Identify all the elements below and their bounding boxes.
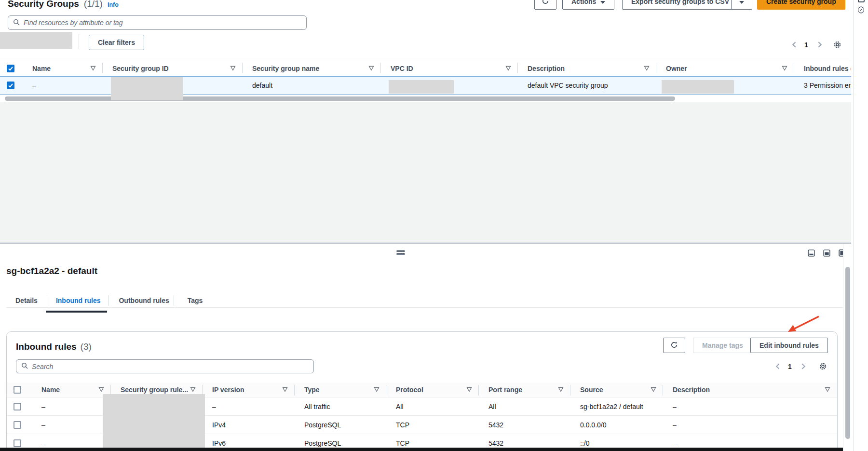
search-icon	[13, 19, 20, 27]
cell-source: 0.0.0.0/0	[570, 416, 663, 434]
vertical-scrollbar-thumb[interactable]	[845, 267, 850, 439]
row-checkbox[interactable]	[14, 421, 21, 429]
select-all-checkbox[interactable]	[7, 65, 14, 72]
annotation-arrow	[781, 314, 822, 340]
filter-icon[interactable]	[558, 386, 564, 394]
export-csv-dropdown-button[interactable]	[731, 0, 752, 10]
filter-icon[interactable]	[90, 65, 96, 72]
next-page-button[interactable]	[816, 41, 823, 50]
select-all-checkbox[interactable]	[14, 386, 21, 394]
tab-tags[interactable]: Tags	[178, 293, 212, 308]
cell-type: All traffic	[295, 397, 386, 415]
redacted-filter-chip	[0, 32, 72, 49]
cell-ip-version: IPv4	[203, 416, 295, 434]
col-vpc-id: VPC ID	[391, 65, 413, 72]
cell-description: –	[663, 397, 837, 415]
filter-icon[interactable]	[282, 386, 288, 394]
redacted-sg-rule-ids	[103, 394, 205, 451]
cell-inbound-rules: 3 Permission en	[794, 77, 851, 94]
split-panel-drag-handle[interactable]	[396, 250, 405, 255]
search-icon	[21, 362, 28, 370]
split-panel-divider	[0, 243, 851, 244]
redacted-owner	[662, 80, 734, 94]
inbound-search-input[interactable]	[32, 360, 309, 373]
panel-position-split-icon[interactable]	[823, 249, 830, 258]
col-ip-version: IP version	[212, 386, 244, 394]
cell-ip-version: –	[203, 397, 295, 415]
page-number[interactable]: 1	[804, 41, 808, 49]
table-settings-gear-icon[interactable]	[833, 41, 841, 50]
vertical-scrollbar-track	[843, 244, 852, 451]
inbound-rules-heading: Inbound rules (3)	[16, 342, 92, 352]
prev-page-button[interactable]	[791, 41, 798, 50]
row-checkbox[interactable]	[14, 403, 21, 410]
inbound-prev-page-button[interactable]	[774, 363, 782, 371]
row-checkbox[interactable]	[7, 82, 14, 89]
detail-tabs: Details Inbound rules Outbound rules Tag…	[6, 293, 212, 308]
export-csv-button[interactable]: Export security groups to CSV	[622, 0, 738, 10]
inbound-page-number[interactable]: 1	[788, 363, 792, 370]
cell-protocol: All	[386, 397, 479, 415]
filter-icon[interactable]	[644, 65, 650, 72]
col-name: Name	[32, 65, 51, 72]
filter-icon[interactable]	[230, 65, 236, 72]
refresh-icon	[670, 341, 678, 350]
filter-icon[interactable]	[782, 65, 787, 72]
resources-search-input[interactable]	[24, 16, 301, 29]
tab-details[interactable]: Details	[6, 293, 47, 308]
cell-source: sg-bcf1a2a2 / default	[570, 397, 663, 415]
cell-sg-name: default	[243, 77, 381, 94]
col-sg-name: Security group name	[252, 65, 319, 72]
inbound-next-page-button[interactable]	[800, 363, 807, 371]
cell-name: –	[32, 416, 111, 434]
cell-port-range: 5432	[479, 416, 570, 434]
redacted-vpc-id	[389, 80, 454, 94]
manage-tags-button[interactable]: Manage tags	[693, 338, 752, 353]
filter-icon[interactable]	[825, 386, 830, 394]
refresh-icon	[542, 0, 549, 6]
tab-inbound-rules[interactable]: Inbound rules	[47, 293, 110, 308]
filter-icon[interactable]	[98, 386, 104, 394]
col-sg-id: Security group ID	[112, 65, 169, 72]
row-checkbox[interactable]	[14, 439, 21, 447]
right-utility-rail	[854, 0, 868, 451]
empty-table-area	[0, 102, 851, 243]
filter-icon[interactable]	[651, 386, 656, 394]
redacted-sg-id	[111, 77, 183, 100]
cell-description: –	[663, 416, 837, 434]
col-sg-rule-id: Security group rule...	[121, 386, 188, 394]
detail-panel-title: sg-bcf1a2a2 - default	[6, 266, 97, 276]
filter-divider	[79, 34, 79, 49]
hexagon-tool-icon[interactable]	[857, 6, 865, 15]
filter-icon[interactable]	[368, 65, 374, 72]
col-protocol: Protocol	[396, 386, 423, 394]
col-name: Name	[41, 386, 60, 394]
actions-button[interactable]: Actions	[562, 0, 614, 10]
refresh-button[interactable]	[534, 0, 556, 10]
info-link[interactable]: Info	[108, 1, 119, 8]
tab-outbound-rules[interactable]: Outbound rules	[109, 293, 178, 308]
cell-type: PostgreSQL	[295, 416, 386, 434]
inbound-refresh-button[interactable]	[663, 338, 685, 353]
horizontal-scrollbar-thumb[interactable]	[5, 96, 675, 101]
col-source: Source	[580, 386, 603, 394]
create-security-group-button[interactable]: Create security group	[757, 0, 845, 10]
groups-table-header: Name Security group ID Security group na…	[0, 60, 851, 76]
inbound-settings-gear-icon[interactable]	[819, 362, 827, 372]
col-description: Description	[673, 386, 710, 394]
clear-filters-button[interactable]: Clear filters	[89, 35, 144, 50]
col-inbound-rules: Inbound rules c	[804, 65, 851, 72]
active-tab-underline	[46, 311, 107, 313]
filter-icon[interactable]	[374, 386, 380, 394]
cell-description: default VPC security group	[518, 77, 656, 94]
panel-position-bottom-icon[interactable]	[808, 249, 815, 258]
tabs-rule	[6, 307, 844, 308]
filter-icon[interactable]	[190, 386, 196, 394]
partially-visible-icon[interactable]	[858, 0, 865, 2]
page-title: Security Groups	[8, 0, 79, 9]
filter-icon[interactable]	[505, 65, 511, 72]
filter-icon[interactable]	[466, 386, 472, 394]
cell-name: –	[32, 397, 111, 415]
cell-name: –	[23, 77, 103, 94]
cell-protocol: TCP	[386, 416, 479, 434]
